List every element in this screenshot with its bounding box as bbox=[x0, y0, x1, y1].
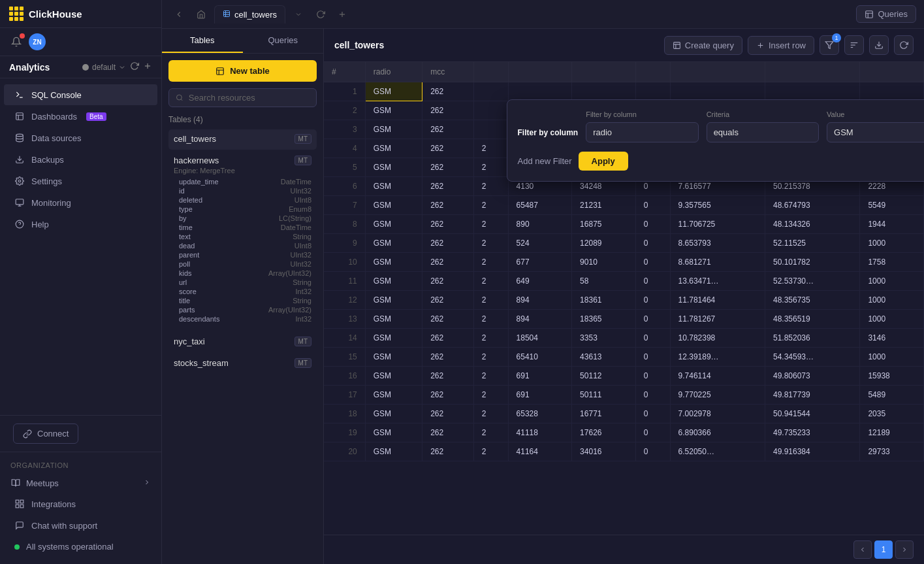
tab-queries[interactable]: Queries bbox=[243, 29, 324, 53]
integrations-label: Integrations bbox=[31, 499, 76, 509]
tables-count-label: Tables (4) bbox=[168, 115, 317, 124]
table-row[interactable]: 16 GSM 262 2 691 50112 0 9.746114 49.806… bbox=[324, 367, 924, 386]
table-row[interactable]: 8 GSM 262 2 890 16875 0 11.706725 48.134… bbox=[324, 215, 924, 234]
sidebar-item-integrations[interactable]: Integrations bbox=[4, 493, 157, 514]
table-row[interactable]: 13 GSM 262 2 894 18365 0 11.781267 48.35… bbox=[324, 310, 924, 329]
table-item-stocks-stream[interactable]: stocks_stream MT bbox=[168, 354, 317, 374]
table-row[interactable]: 10 GSM 262 2 677 9010 0 8.681271 50.1017… bbox=[324, 253, 924, 272]
data-actions: Create query Insert row 1 bbox=[664, 35, 914, 55]
table-item-nyc-taxi[interactable]: nyc_taxi MT bbox=[168, 332, 317, 352]
apply-button[interactable]: Apply bbox=[579, 152, 628, 171]
org-label: Organization bbox=[0, 459, 161, 473]
table-item-hackernews[interactable]: hackernews MT Engine: MergeTree update_t… bbox=[168, 151, 317, 331]
schema-col: deleted bbox=[179, 196, 202, 204]
connect-button[interactable]: Connect bbox=[13, 423, 78, 444]
cell-col7: 12.39189… bbox=[670, 348, 765, 367]
cell-mcc: 262 bbox=[422, 348, 474, 367]
page-1-button[interactable]: 1 bbox=[874, 540, 893, 559]
cell-col5: 43613 bbox=[572, 348, 636, 367]
home-button[interactable] bbox=[192, 5, 210, 24]
filter-value-label: Value bbox=[827, 110, 924, 118]
insert-row-button[interactable]: Insert row bbox=[748, 36, 814, 55]
cell-col4: 65410 bbox=[508, 348, 572, 367]
sidebar-item-backups[interactable]: Backups bbox=[4, 149, 157, 170]
table-row[interactable]: 12 GSM 262 2 894 18361 0 11.781464 48.35… bbox=[324, 291, 924, 310]
filter-button[interactable]: 1 bbox=[820, 35, 839, 55]
cell-col8: 52.53730… bbox=[765, 272, 859, 291]
cell-col3: 2 bbox=[473, 139, 508, 158]
cell-col5: 9010 bbox=[572, 253, 636, 272]
notification-button[interactable] bbox=[9, 35, 24, 49]
next-page-button[interactable] bbox=[895, 540, 914, 559]
prev-page-button[interactable] bbox=[853, 540, 872, 559]
row-num: 3 bbox=[324, 120, 365, 139]
refresh-tab-button[interactable] bbox=[311, 5, 330, 24]
workspace-dropdown[interactable]: default bbox=[82, 63, 126, 72]
cell-col6: 0 bbox=[635, 196, 670, 215]
schema-row: typeEnum8 bbox=[179, 205, 311, 214]
row-num: 17 bbox=[324, 386, 365, 405]
filter-criteria-select[interactable]: equals bbox=[707, 122, 819, 142]
table-row[interactable]: 9 GSM 262 2 524 12089 0 8.653793 52.1152… bbox=[324, 234, 924, 253]
schema-type: Array(UInt32) bbox=[268, 306, 311, 314]
table-name: nyc_taxi bbox=[174, 337, 205, 346]
schema-col: score bbox=[179, 288, 197, 295]
table-row[interactable]: 7 GSM 262 2 65487 21231 0 9.357565 48.67… bbox=[324, 196, 924, 215]
schema-row: kidsArray(UInt32) bbox=[179, 269, 311, 278]
filter-value-input[interactable] bbox=[827, 122, 924, 142]
sidebar-item-settings[interactable]: Settings bbox=[4, 171, 157, 191]
search-input[interactable] bbox=[189, 93, 310, 103]
table-row[interactable]: 14 GSM 262 2 18504 3353 0 10.782398 51.8… bbox=[324, 329, 924, 348]
sidebar-item-sql-console[interactable]: SQL Console bbox=[4, 84, 157, 105]
schema-type: DateTime bbox=[281, 178, 311, 186]
schema-row: textString bbox=[179, 232, 311, 241]
tab-cell-towers[interactable]: cell_towers bbox=[214, 5, 285, 24]
filter-column-select[interactable]: radio bbox=[586, 122, 698, 142]
col-mcc: mcc bbox=[422, 62, 474, 82]
backups-label: Backups bbox=[31, 155, 64, 165]
table-row[interactable]: 19 GSM 262 2 41118 17626 0 6.890366 49.7… bbox=[324, 423, 924, 442]
sidebar-item-dashboards[interactable]: Dashboards Beta bbox=[4, 106, 157, 127]
sidebar-item-chat-support[interactable]: Chat with support bbox=[4, 515, 157, 536]
add-filter-button[interactable]: Add new Filter bbox=[518, 156, 572, 166]
filter-popup: Filter by column Filter by column radio … bbox=[507, 99, 925, 182]
download-button[interactable] bbox=[869, 35, 889, 55]
refresh-btn[interactable] bbox=[130, 61, 139, 73]
sidebar-item-monitoring[interactable]: Monitoring bbox=[4, 192, 157, 213]
cell-col8: 48.356735 bbox=[765, 291, 859, 310]
back-button[interactable] bbox=[170, 5, 188, 24]
add-workspace-btn[interactable] bbox=[143, 61, 152, 73]
table-row[interactable]: 15 GSM 262 2 65410 43613 0 12.39189… 54.… bbox=[324, 348, 924, 367]
sidebar-item-data-sources[interactable]: Data sources bbox=[4, 127, 157, 148]
new-table-button[interactable]: New table bbox=[168, 60, 317, 82]
cell-radio: GSM bbox=[365, 177, 422, 196]
add-tab-button[interactable] bbox=[334, 6, 351, 23]
cell-col4: 649 bbox=[508, 272, 572, 291]
create-query-button[interactable]: Create query bbox=[664, 36, 742, 55]
data-sources-label: Data sources bbox=[31, 133, 82, 143]
row-num: 9 bbox=[324, 234, 365, 253]
cell-radio: GSM bbox=[365, 291, 422, 310]
table-row[interactable]: 1 GSM 262 bbox=[324, 82, 924, 101]
workspace-selector[interactable] bbox=[289, 5, 308, 24]
cell-col3: 2 bbox=[473, 367, 508, 386]
org-meetups[interactable]: Meetups bbox=[0, 473, 161, 493]
table-row[interactable]: 18 GSM 262 2 65328 16771 0 7.002978 50.9… bbox=[324, 405, 924, 423]
cell-col5: 16771 bbox=[572, 405, 636, 423]
tab-tables[interactable]: Tables bbox=[162, 29, 243, 53]
table-row[interactable]: 20 GSM 262 2 41164 34016 0 6.52050… 49.9… bbox=[324, 442, 924, 461]
sort-button[interactable] bbox=[844, 35, 864, 55]
refresh-data-button[interactable] bbox=[894, 35, 914, 55]
content: Tables Queries New table Tables (4) cell… bbox=[162, 29, 924, 564]
cell-mcc: 262 bbox=[422, 291, 474, 310]
queries-button[interactable]: Queries bbox=[856, 5, 916, 23]
data-area: cell_towers Create query Insert row 1 bbox=[324, 29, 924, 564]
sidebar-item-help[interactable]: Help bbox=[4, 214, 157, 235]
create-query-label: Create query bbox=[685, 41, 734, 50]
table-row[interactable]: 11 GSM 262 2 649 58 0 13.63471… 52.53730… bbox=[324, 272, 924, 291]
cell-col9: 29733 bbox=[860, 442, 924, 461]
table-item-cell-towers[interactable]: cell_towers MT bbox=[168, 129, 317, 150]
table-row[interactable]: 17 GSM 262 2 691 50111 0 9.770225 49.817… bbox=[324, 386, 924, 405]
cell-col8: 49.735233 bbox=[765, 423, 859, 442]
cell-col9: 1758 bbox=[860, 253, 924, 272]
